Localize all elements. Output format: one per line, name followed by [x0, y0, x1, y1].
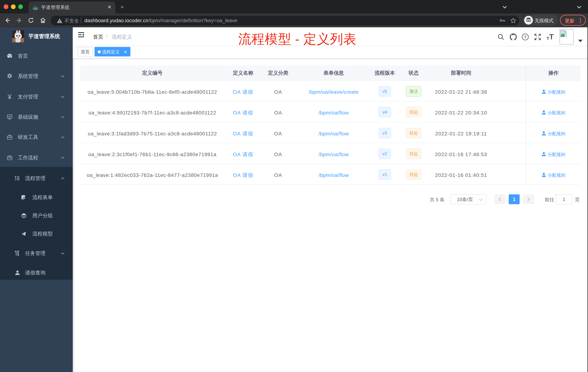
svg-text:?: ? [524, 35, 526, 39]
